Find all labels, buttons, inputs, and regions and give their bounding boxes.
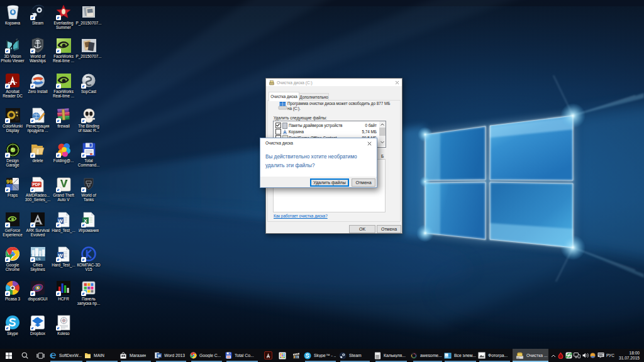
- svg-text:PDF: PDF: [33, 182, 41, 187]
- svg-text:99: 99: [6, 178, 13, 185]
- svg-text:123: 123: [294, 356, 298, 358]
- svg-text:W: W: [157, 354, 161, 358]
- svg-text:CS: CS: [35, 257, 40, 261]
